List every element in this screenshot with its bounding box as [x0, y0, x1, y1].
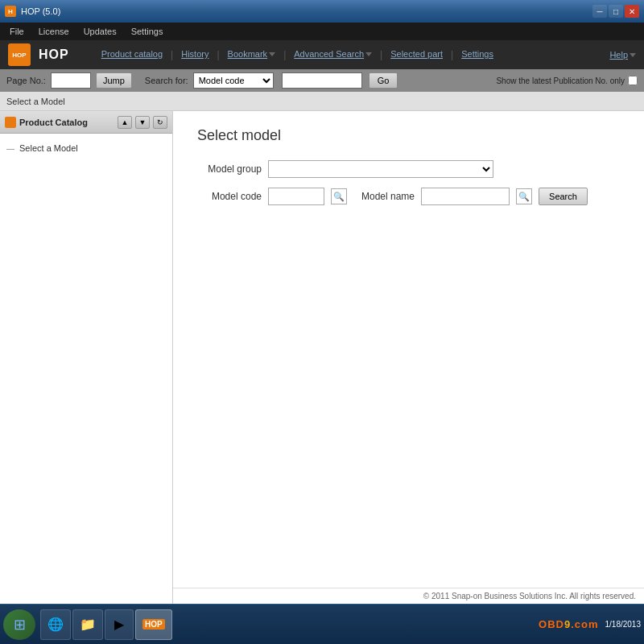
start-icon: ⊞ [14, 616, 26, 634]
bookmark-dropdown-icon [269, 52, 275, 56]
tree-label: Select a Model [19, 143, 78, 153]
model-group-label: Model group [197, 163, 262, 175]
taskbar-explorer[interactable]: 📁 [72, 609, 103, 640]
form-row-model-group: Model group [197, 160, 620, 178]
app-logo: HOP [8, 43, 31, 66]
app-icon: H [5, 6, 16, 17]
search-for-label: Search for: [145, 76, 188, 85]
taskbar-media[interactable]: ▶ [105, 609, 134, 640]
show-latest-label: Show the latest Publication No. only [496, 76, 625, 85]
media-icon: ▶ [114, 617, 124, 632]
ie-icon: 🌐 [47, 617, 64, 632]
content-area: Select model Model group Model code 🔍 Mo… [173, 111, 644, 588]
nav-history[interactable]: History [173, 47, 217, 62]
panel-up-button[interactable]: ▲ [118, 116, 132, 129]
page-no-input[interactable] [51, 72, 91, 89]
panel-refresh-button[interactable]: ↻ [153, 116, 167, 129]
go-button[interactable]: Go [369, 72, 398, 89]
content-title: Select model [197, 127, 620, 144]
title-bar: H HOP (5.0) ─ □ ✕ [0, 0, 644, 23]
taskbar-right: OBD9.com 1/18/2013 [539, 618, 641, 630]
right-content: Select model Model group Model code 🔍 Mo… [173, 111, 644, 604]
title-bar-text: HOP (5.0) [21, 6, 60, 16]
main-area: Product Catalog ▲ ▼ ↻ — Select a Model S… [0, 111, 644, 604]
close-button[interactable]: ✕ [625, 5, 639, 18]
left-panel-title: Product Catalog [19, 118, 114, 127]
panel-down-button[interactable]: ▼ [135, 116, 150, 129]
model-group-select[interactable] [268, 160, 493, 178]
model-code-icon-button[interactable]: 🔍 [331, 188, 347, 204]
hop-icon: HOP [142, 619, 165, 630]
nav-selected-part[interactable]: Selected part [382, 47, 451, 62]
model-code-search-icon: 🔍 [333, 192, 345, 202]
model-name-search-icon: 🔍 [518, 192, 530, 202]
breadcrumb-text: Select a Model [6, 97, 65, 106]
model-name-input[interactable] [421, 188, 510, 205]
tree-expand-icon[interactable]: — [6, 144, 16, 153]
search-button[interactable]: Search [539, 188, 588, 205]
nav-help[interactable]: Help [609, 50, 636, 60]
left-panel-accent-icon [5, 117, 16, 128]
left-panel-content: — Select a Model [0, 134, 172, 604]
nav-advanced-search[interactable]: Advanced Search [286, 47, 380, 62]
model-name-icon-button[interactable]: 🔍 [516, 188, 532, 204]
model-code-input[interactable] [268, 188, 324, 205]
left-panel: Product Catalog ▲ ▼ ↻ — Select a Model [0, 111, 173, 604]
show-latest-checkbox[interactable] [628, 76, 638, 85]
left-panel-header: Product Catalog ▲ ▼ ↻ [0, 111, 172, 134]
page-no-label: Page No.: [6, 76, 46, 85]
help-dropdown-icon [630, 53, 636, 57]
advanced-search-dropdown-icon [365, 52, 372, 56]
search-for-select[interactable]: Model code [193, 72, 274, 89]
menu-license[interactable]: License [32, 25, 76, 38]
toolbar: Page No.: Jump Search for: Model code Go… [0, 69, 644, 92]
taskbar-ie[interactable]: 🌐 [40, 609, 71, 640]
explorer-icon: 📁 [80, 617, 96, 632]
minimize-button[interactable]: ─ [592, 5, 607, 18]
search-input[interactable] [282, 72, 362, 89]
nav-bookmark[interactable]: Bookmark [220, 47, 284, 62]
toolbar-right: Show the latest Publication No. only [496, 76, 638, 85]
breadcrumb-bar: Select a Model [0, 92, 644, 111]
nav-product-catalog[interactable]: Product catalog [93, 47, 171, 62]
menu-updates[interactable]: Updates [77, 25, 123, 38]
nav-settings[interactable]: Settings [453, 47, 502, 62]
jump-button[interactable]: Jump [96, 72, 132, 89]
app-footer: © 2011 Snap-on Business Solutions Inc. A… [173, 588, 644, 604]
form-row-model-code: Model code 🔍 Model name 🔍 Search [197, 188, 620, 205]
model-name-label: Model name [361, 191, 415, 202]
menu-file[interactable]: File [3, 25, 31, 38]
taskbar-logo: OBD9.com [539, 618, 598, 630]
tree-item-select-model[interactable]: — Select a Model [6, 142, 166, 155]
start-button[interactable]: ⊞ [3, 609, 35, 640]
taskbar-hop[interactable]: HOP [135, 609, 172, 640]
menu-settings[interactable]: Settings [125, 25, 170, 38]
maximize-button[interactable]: □ [609, 5, 623, 18]
window-controls: ─ □ ✕ [592, 5, 639, 18]
taskbar-clock: 1/18/2013 [605, 620, 642, 629]
app-header: HOP HOP Product catalog | History | Book… [0, 40, 644, 69]
copyright-text: © 2011 Snap-on Business Solutions Inc. A… [423, 592, 636, 601]
app-name: HOP [39, 47, 69, 62]
taskbar: ⊞ 🌐 📁 ▶ HOP OBD9.com 1/18/2013 [0, 604, 644, 644]
model-code-label: Model code [197, 191, 262, 202]
menu-bar: File License Updates Settings [0, 23, 644, 40]
nav-links: Product catalog | History | Bookmark | A… [93, 47, 602, 62]
